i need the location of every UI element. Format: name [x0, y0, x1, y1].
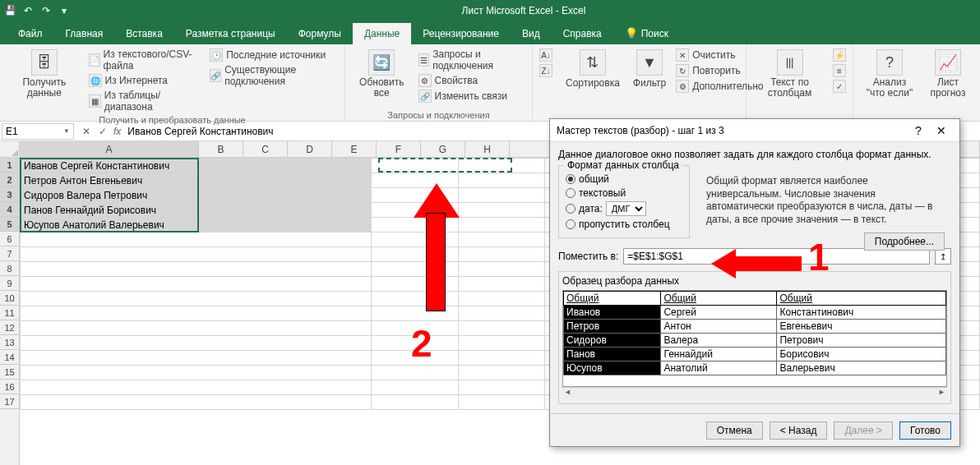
cell-A5[interactable]: Юсупов Анатолий Валерьевич — [21, 218, 372, 232]
tab-search[interactable]: 💡Поиск — [613, 22, 680, 44]
cell-empty[interactable] — [458, 203, 545, 218]
row-header-11[interactable]: 11 — [0, 306, 19, 320]
row-header-3[interactable]: 3 — [0, 187, 19, 202]
select-all-corner[interactable] — [0, 141, 20, 158]
text-to-columns-button[interactable]: ⫼Текст по столбцам — [751, 48, 828, 100]
cell-A2[interactable]: Петров Антон Евгеньевич — [21, 173, 372, 188]
radio-general[interactable]: общий — [566, 173, 682, 185]
row-header-17[interactable]: 17 — [0, 394, 19, 409]
cell-empty[interactable] — [371, 306, 458, 321]
col-header-A[interactable]: A — [20, 141, 199, 157]
radio-text[interactable]: текстовый — [566, 187, 682, 199]
col-header-B[interactable]: B — [199, 141, 243, 157]
tab-pagelayout[interactable]: Разметка страницы — [174, 23, 287, 44]
get-data-button[interactable]: 🗄 Получить данные — [5, 48, 84, 100]
cell-empty[interactable] — [371, 203, 458, 218]
cell-empty[interactable] — [21, 395, 372, 410]
cell-empty[interactable] — [371, 159, 458, 173]
cell-empty[interactable] — [458, 366, 545, 380]
cell-empty[interactable] — [371, 395, 458, 410]
undo-icon[interactable]: ↶ — [21, 4, 35, 17]
whatif-button[interactable]: ?Анализ "что если" — [858, 48, 921, 100]
cell-empty[interactable] — [21, 321, 372, 336]
cell-empty[interactable] — [458, 277, 545, 292]
tab-formulas[interactable]: Формулы — [287, 23, 353, 44]
cell-empty[interactable] — [371, 218, 458, 232]
row-header-8[interactable]: 8 — [0, 261, 19, 276]
cell-empty[interactable] — [21, 306, 372, 321]
cell-empty[interactable] — [458, 351, 545, 366]
properties-button[interactable]: ⚙Свойства — [417, 73, 527, 88]
tab-insert[interactable]: Вставка — [114, 23, 174, 44]
cell-A3[interactable]: Сидоров Валера Петрович — [21, 188, 372, 203]
cell-empty[interactable] — [371, 292, 458, 306]
cell-empty[interactable] — [458, 173, 545, 188]
from-csv-button[interactable]: 📄Из текстового/CSV-файла — [87, 48, 206, 72]
row-header-5[interactable]: 5 — [0, 217, 19, 232]
cell-empty[interactable] — [21, 366, 372, 380]
row-header-13[interactable]: 13 — [0, 335, 19, 350]
dialog-help-icon[interactable]: ? — [907, 124, 930, 137]
preview-scrollbar[interactable] — [562, 387, 947, 400]
row-header-1[interactable]: 1 — [0, 158, 19, 173]
cell-empty[interactable] — [371, 366, 458, 380]
tab-help[interactable]: Справка — [552, 23, 613, 44]
cell-empty[interactable] — [371, 336, 458, 351]
cell-empty[interactable] — [458, 306, 545, 321]
existing-conn-button[interactable]: 🔗Существующие подключения — [208, 63, 340, 88]
details-button[interactable]: Подробнее... — [864, 232, 945, 251]
refresh-all-button[interactable]: 🔄 Обновить все — [350, 48, 414, 100]
tab-file[interactable]: Файл — [7, 23, 54, 44]
row-header-9[interactable]: 9 — [0, 276, 19, 291]
cell-empty[interactable] — [21, 351, 372, 366]
namebox-dropdown-icon[interactable]: ▼ — [63, 127, 70, 135]
qat-dropdown-icon[interactable]: ▾ — [58, 4, 71, 17]
cell-empty[interactable] — [458, 380, 545, 395]
cell-empty[interactable] — [21, 262, 372, 277]
date-format-select[interactable]: ДМГ — [606, 201, 646, 216]
sort-asc-button[interactable]: A↓ — [538, 48, 554, 62]
cell-A1[interactable]: Иванов Сергей Константинович — [21, 159, 372, 173]
cell-empty[interactable] — [458, 232, 545, 247]
row-header-12[interactable]: 12 — [0, 320, 19, 335]
fx-icon[interactable]: fx — [113, 126, 121, 137]
cell-empty[interactable] — [21, 277, 372, 292]
sort-desc-button[interactable]: Z↓ — [538, 63, 554, 78]
edit-links-button[interactable]: 🔗Изменить связи — [417, 89, 527, 104]
cell-empty[interactable] — [371, 277, 458, 292]
accept-formula-icon[interactable]: ✓ — [95, 126, 110, 137]
cancel-button[interactable]: Отмена — [706, 421, 763, 440]
row-header-2[interactable]: 2 — [0, 173, 19, 187]
radio-skip[interactable]: пропустить столбец — [566, 219, 682, 230]
cell-empty[interactable] — [458, 247, 545, 262]
row-header-7[interactable]: 7 — [0, 246, 19, 261]
cell-empty[interactable] — [21, 292, 372, 306]
row-header-4[interactable]: 4 — [0, 202, 19, 217]
from-table-button[interactable]: ▦Из таблицы/диапазона — [87, 89, 206, 113]
col-header-D[interactable]: D — [288, 141, 332, 157]
cell-empty[interactable] — [458, 218, 545, 232]
cell-A4[interactable]: Панов Геннайдий Борисович — [21, 203, 372, 218]
recent-sources-button[interactable]: 🕑Последние источники — [208, 48, 340, 62]
finish-button[interactable]: Готово — [899, 421, 951, 440]
cell-empty[interactable] — [21, 232, 372, 247]
back-button[interactable]: < Назад — [770, 421, 828, 440]
col-header-H[interactable]: H — [465, 141, 510, 157]
cell-empty[interactable] — [371, 380, 458, 395]
col-header-F[interactable]: F — [377, 141, 421, 157]
tab-review[interactable]: Рецензирование — [411, 23, 511, 44]
remove-dups-button[interactable]: ≡ — [831, 63, 848, 78]
cell-empty[interactable] — [458, 321, 545, 336]
col-header-G[interactable]: G — [421, 141, 465, 157]
cell-empty[interactable] — [458, 292, 545, 306]
redo-icon[interactable]: ↷ — [39, 4, 53, 17]
cell-empty[interactable] — [371, 351, 458, 366]
cell-empty[interactable] — [21, 247, 372, 262]
filter-button[interactable]: ▼Фильтр — [628, 48, 671, 90]
cell-empty[interactable] — [371, 247, 458, 262]
row-header-15[interactable]: 15 — [0, 365, 19, 380]
sort-button[interactable]: ⇅Сортировка — [561, 48, 625, 90]
forecast-button[interactable]: 📈Лист прогноз — [924, 48, 972, 100]
cancel-formula-icon[interactable]: ✕ — [79, 126, 94, 137]
col-header-E[interactable]: E — [332, 141, 377, 157]
